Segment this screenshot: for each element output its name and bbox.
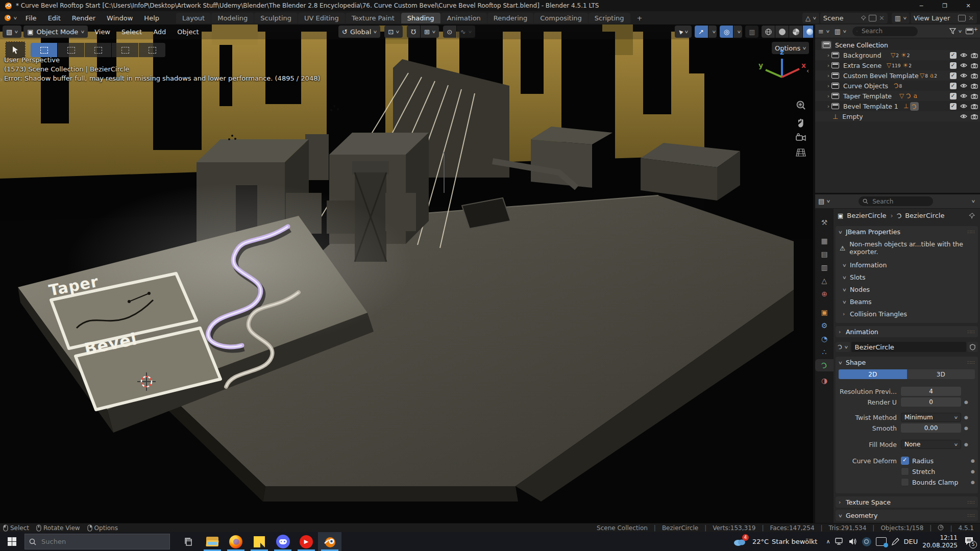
taskbar-search-input[interactable] <box>40 537 155 546</box>
keyframe-dot-icon[interactable]: ● <box>968 458 978 463</box>
tab-texture-paint[interactable]: Texture Paint <box>346 13 401 23</box>
firefox-button[interactable] <box>224 532 248 551</box>
eye-icon[interactable] <box>960 83 967 88</box>
outliner-search[interactable] <box>852 27 918 36</box>
outliner-filter-button[interactable]: ∨ <box>949 28 962 34</box>
shading-wireframe-button[interactable] <box>762 26 775 38</box>
snap-toggle[interactable]: Ω <box>407 26 420 38</box>
start-button[interactable] <box>0 532 23 551</box>
properties-search-input[interactable] <box>871 197 924 206</box>
tab-tool[interactable]: ⚒ <box>815 216 834 229</box>
drag-handle-icon[interactable]: ∷∷ <box>967 499 975 505</box>
shading-material-button[interactable] <box>789 26 802 38</box>
overlays-dropdown[interactable]: ∨ <box>733 26 742 38</box>
pan-view-icon[interactable] <box>794 116 807 130</box>
outliner-filter-mode-button[interactable]: ▥∨ <box>835 28 846 35</box>
selectability-dropdown[interactable]: ▲∨ <box>675 26 692 38</box>
shape-panel-header[interactable]: Shape∷∷ <box>836 357 978 368</box>
minimize-button[interactable]: ─ <box>910 0 933 11</box>
twist-method-dropdown[interactable]: Minimum∨ <box>901 413 961 422</box>
pen-icon[interactable] <box>891 538 899 546</box>
breadcrumb-object[interactable]: BezierCircle <box>847 212 886 219</box>
exclude-checkbox[interactable] <box>950 52 957 59</box>
new-view-layer-icon[interactable] <box>958 15 966 21</box>
outliner-row[interactable]: › Bevel Template 1 <box>815 101 980 111</box>
drag-handle-icon[interactable]: ∷∷ <box>967 229 975 235</box>
pivot-dropdown[interactable]: ⊡∨ <box>384 26 403 38</box>
outliner-row-scene-collection[interactable]: Scene Collection <box>815 40 980 50</box>
camera-icon[interactable] <box>971 104 978 109</box>
eye-icon[interactable] <box>960 53 967 58</box>
geometry-panel[interactable]: Geometry∷∷ <box>836 510 978 521</box>
exclude-checkbox[interactable] <box>950 62 957 69</box>
keyframe-dot-icon[interactable]: ● <box>961 425 971 431</box>
unlink-scene-icon[interactable]: ✕ <box>879 14 885 22</box>
menu-file[interactable]: File <box>20 14 42 22</box>
fill-mode-dropdown[interactable]: None∨ <box>901 440 961 449</box>
editor-type-button[interactable]: ▧∨ <box>3 26 21 38</box>
outliner-row[interactable]: › Curve Objects 8 <box>815 81 980 91</box>
tab-layout[interactable]: Layout <box>176 13 211 23</box>
smooth-input[interactable]: 0.00 <box>901 423 961 433</box>
tab-view-layer[interactable]: ▥ <box>815 261 834 273</box>
new-collection-button[interactable]: + <box>966 28 978 34</box>
outliner-row[interactable]: Empty <box>815 111 980 121</box>
blender-app-button[interactable] <box>318 532 341 551</box>
camera-icon[interactable] <box>971 83 978 89</box>
tab-world[interactable]: ⊕ <box>815 288 834 300</box>
menu-add[interactable]: Add <box>149 28 170 36</box>
show-overlays-toggle[interactable]: ◎ <box>720 26 733 38</box>
select-mode-extend-button[interactable] <box>58 43 84 57</box>
toolbar-expand-arrow[interactable]: › <box>0 76 3 83</box>
proportional-editing-toggle[interactable]: ⊙ <box>443 26 456 38</box>
camera-icon[interactable] <box>971 73 978 79</box>
exclude-checkbox[interactable] <box>950 72 957 79</box>
breadcrumb-data[interactable]: BezierCircle <box>905 212 944 219</box>
tab-particles[interactable]: ∴ <box>815 346 834 358</box>
sticky-notes-button[interactable] <box>248 532 271 551</box>
properties-editor-type-button[interactable]: ▤∨ <box>818 198 830 205</box>
keyframe-dot-icon[interactable]: ● <box>961 442 971 447</box>
eye-icon[interactable] <box>960 63 967 68</box>
select-mode-invert-button[interactable] <box>112 43 138 57</box>
zoom-view-icon[interactable] <box>794 98 807 112</box>
drag-handle-icon[interactable]: ∷∷ <box>967 329 975 335</box>
stretch-checkbox[interactable] <box>901 467 909 475</box>
jbeam-panel-header[interactable]: JBeam Properties ∷∷ <box>836 226 978 237</box>
tab-modifiers[interactable]: ⚙ <box>815 319 834 332</box>
expand-chevron-icon[interactable]: › <box>825 62 831 69</box>
select-mode-intersect-button[interactable] <box>139 43 165 57</box>
eye-icon[interactable] <box>960 93 967 98</box>
keyframe-dot-icon[interactable]: ● <box>961 399 971 405</box>
maximize-button[interactable]: ❐ <box>933 0 957 11</box>
navigation-gizmo[interactable]: z y x <box>757 47 806 96</box>
eye-icon[interactable] <box>960 73 967 78</box>
camera-icon[interactable] <box>971 114 978 119</box>
task-view-button[interactable] <box>177 532 201 551</box>
section-nodes[interactable]: Nodes <box>836 283 978 295</box>
section-collision-triangles[interactable]: Collision Triangles <box>836 308 978 320</box>
camera-icon[interactable] <box>971 53 978 58</box>
camera-view-icon[interactable] <box>794 131 807 144</box>
section-information[interactable]: Information <box>836 259 978 271</box>
drag-handle-icon[interactable]: ∷∷ <box>967 513 975 518</box>
tab-compositing[interactable]: Compositing <box>534 13 588 23</box>
camera-icon[interactable] <box>971 63 978 68</box>
eye-icon[interactable] <box>960 114 967 119</box>
eye-icon[interactable] <box>960 104 967 109</box>
outliner-row[interactable]: › Custom Bevel Template 8 2 <box>815 70 980 81</box>
menu-edit[interactable]: Edit <box>42 14 66 22</box>
datablock-name-field[interactable]: BezierCircle <box>851 342 966 352</box>
camera-icon[interactable] <box>971 93 978 99</box>
outliner-row[interactable]: › Taper Template <box>815 91 980 101</box>
outliner-display-mode-button[interactable]: ≡∨ <box>818 28 829 35</box>
menu-help[interactable]: Help <box>138 14 165 22</box>
select-mode-new-button[interactable] <box>31 43 57 57</box>
mode-dropdown[interactable]: ▣Object Mode∨ <box>23 26 88 38</box>
file-explorer-button[interactable] <box>201 532 224 551</box>
outliner-search-input[interactable] <box>861 27 914 35</box>
expand-chevron-icon[interactable]: › <box>825 83 831 89</box>
tab-uv-editing[interactable]: UV Editing <box>298 13 345 23</box>
orientation-dropdown[interactable]: ↺Global∨ <box>338 26 380 38</box>
falloff-dropdown[interactable]: ∿∨ <box>457 26 475 38</box>
